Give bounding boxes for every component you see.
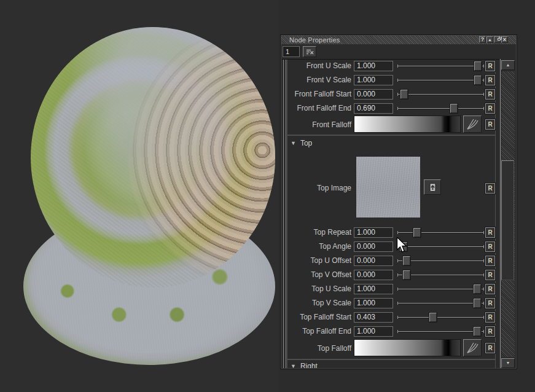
top-falloff-gradient[interactable] — [354, 339, 461, 356]
value-input[interactable]: 0.000 — [354, 241, 393, 252]
slider-handle[interactable] — [474, 327, 481, 336]
parameter-row: Top Angle0.000R — [282, 241, 499, 252]
parameter-label: Front Falloff — [282, 120, 351, 129]
slider-handle[interactable] — [474, 76, 482, 85]
help-icon[interactable]: ? — [479, 36, 486, 43]
curves-icon — [466, 342, 479, 354]
parameter-row: Top U Scale1.000R — [282, 284, 499, 294]
titlebar-icons: ? ▲ × — [478, 36, 508, 43]
parameter-row: Top Falloff Start0.403R — [282, 312, 499, 323]
render-viewport[interactable] — [0, 0, 279, 392]
slider-track[interactable] — [397, 80, 484, 80]
parameter-label: Top V Offset — [282, 270, 351, 279]
parameter-row: Top V Offset0.000R — [282, 270, 499, 280]
slider-track[interactable] — [397, 108, 484, 109]
slider-handle[interactable] — [474, 299, 481, 308]
reset-button[interactable]: R — [485, 270, 495, 280]
reset-button[interactable]: R — [485, 241, 495, 252]
slider-handle[interactable] — [400, 90, 408, 99]
close-icon[interactable]: × — [501, 36, 508, 43]
reset-button[interactable]: R — [485, 298, 495, 308]
parameter-row: Front Falloff End0.690R — [282, 103, 499, 114]
parameter-label: Front Falloff Start — [282, 90, 351, 98]
reset-button[interactable]: R — [485, 119, 495, 130]
textured-sphere-preview — [31, 27, 275, 288]
parameter-row: Top Falloff R — [282, 339, 499, 356]
vertical-scrollbar: ▲ ▼ — [500, 59, 515, 368]
scrollbar-thumb[interactable] — [501, 160, 514, 280]
value-input[interactable]: 1.000 — [354, 75, 393, 85]
scroll-up-button[interactable]: ▲ — [501, 60, 515, 70]
value-input[interactable]: 0.690 — [354, 103, 393, 114]
slider-track[interactable] — [397, 66, 484, 66]
slider-handle[interactable] — [429, 313, 437, 322]
slider-track[interactable] — [397, 261, 484, 261]
reset-button[interactable]: R — [485, 89, 495, 100]
load-image-button[interactable] — [424, 179, 441, 195]
slider-handle[interactable] — [403, 270, 410, 280]
concrete-haze-overlay — [31, 27, 275, 288]
parameter-label: Top Image — [282, 184, 351, 192]
value-input[interactable]: 0.403 — [354, 312, 393, 323]
value-input[interactable]: 1.000 — [354, 298, 393, 308]
parameter-label: Front U Scale — [282, 61, 351, 70]
reset-button[interactable]: R — [485, 103, 495, 114]
slider-handle[interactable] — [413, 228, 421, 237]
slider-track[interactable] — [397, 289, 484, 289]
reset-button[interactable]: R — [485, 183, 495, 194]
value-input[interactable]: 1.000 — [354, 227, 393, 238]
right-section-header[interactable]: ▼ Right — [291, 362, 318, 368]
slider-handle[interactable] — [450, 104, 458, 113]
reset-button[interactable]: R — [485, 227, 495, 238]
restore-icon[interactable] — [494, 36, 501, 43]
parameter-row: Top Repeat1.000R — [282, 227, 499, 238]
scroll-down-button[interactable]: ▼ — [501, 358, 515, 368]
reset-button[interactable]: R — [485, 256, 495, 266]
top-section-header[interactable]: ▼ Top — [291, 139, 312, 147]
pin-icon[interactable]: ▲ — [486, 36, 493, 43]
reset-button[interactable]: R — [485, 75, 495, 85]
slider-track[interactable] — [397, 331, 484, 332]
slider-track[interactable] — [397, 94, 484, 95]
slider-handle[interactable] — [474, 284, 481, 294]
node-index-input[interactable]: 1 — [283, 46, 300, 57]
section-label: Top — [300, 139, 312, 147]
reset-button[interactable]: R — [485, 284, 495, 294]
reset-button[interactable]: R — [485, 312, 495, 323]
value-input[interactable]: 1.000 — [354, 284, 393, 294]
value-input[interactable]: 0.000 — [354, 256, 393, 266]
triangle-down-icon: ▼ — [291, 140, 296, 146]
slider-track[interactable] — [397, 275, 484, 275]
slider-handle[interactable] — [403, 256, 410, 265]
slider-track[interactable] — [397, 317, 484, 318]
slider-track[interactable] — [397, 232, 484, 233]
parameter-label: Front Falloff End — [282, 104, 351, 112]
properties-scroll-area: Front U Scale1.000RFront V Scale1.000RFr… — [282, 59, 499, 368]
slider-track[interactable] — [397, 303, 484, 304]
options-button[interactable] — [303, 46, 316, 57]
parameter-label: Front V Scale — [282, 76, 351, 84]
value-input[interactable]: 0.000 — [354, 89, 393, 100]
value-input[interactable]: 1.000 — [354, 61, 393, 71]
value-input[interactable]: 1.000 — [354, 326, 393, 337]
parameter-row: Front Falloff R — [282, 116, 499, 133]
front-falloff-gradient[interactable] — [354, 116, 461, 133]
edit-gradient-button[interactable] — [463, 339, 482, 356]
slider-handle[interactable] — [474, 61, 482, 71]
parameter-label: Top Falloff — [282, 344, 351, 353]
top-image-thumbnail[interactable] — [356, 157, 420, 218]
edit-gradient-button[interactable] — [463, 116, 482, 133]
reset-button[interactable]: R — [485, 61, 495, 71]
parameter-row: Front U Scale1.000R — [282, 61, 499, 71]
parameter-row: Front Falloff Start0.000R — [282, 89, 499, 100]
reset-button[interactable]: R — [485, 326, 495, 337]
reset-button[interactable]: R — [485, 343, 495, 353]
value-input[interactable]: 0.000 — [354, 270, 393, 280]
scrollbar-track[interactable] — [501, 71, 515, 357]
parameter-row: Top V Scale1.000R — [282, 298, 499, 308]
panel-titlebar[interactable]: Node Properties ? ▲ × — [281, 36, 516, 44]
slider-handle[interactable] — [400, 242, 407, 251]
parameter-label: Top Repeat — [282, 228, 351, 237]
right-section-box — [287, 359, 496, 368]
slider-track[interactable] — [397, 246, 484, 247]
